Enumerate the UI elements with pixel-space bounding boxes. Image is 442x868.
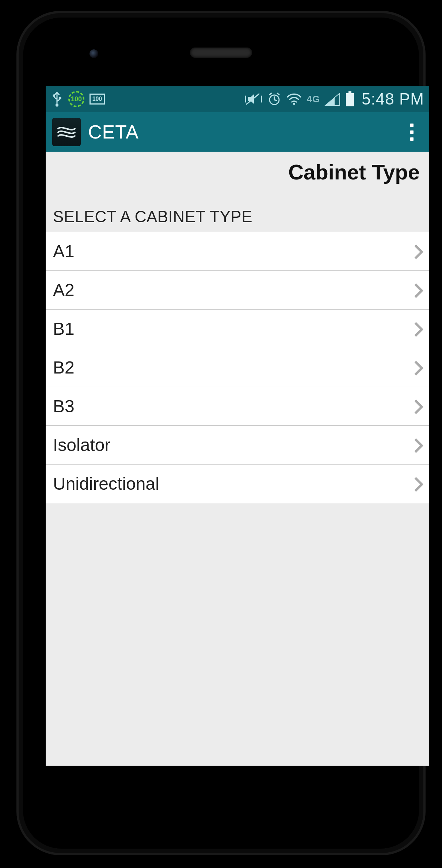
list-item[interactable]: B1: [46, 310, 429, 348]
earpiece-speaker: [190, 48, 252, 58]
list-item-label: B3: [53, 396, 75, 416]
svg-point-10: [293, 103, 295, 105]
list-item[interactable]: B3: [46, 387, 429, 426]
battery-box-value: 100: [92, 96, 102, 102]
chevron-right-icon: [409, 361, 422, 374]
svg-point-3: [56, 103, 58, 106]
list-item-label: Unidirectional: [53, 474, 159, 494]
page-title: Cabinet Type: [55, 160, 420, 184]
app-icon: [52, 118, 81, 146]
battery-icon: [345, 91, 355, 107]
status-bar: 100 100: [46, 86, 429, 112]
app-title: CETA: [88, 121, 139, 143]
overflow-menu-button[interactable]: [401, 119, 423, 145]
phone-frame: 100 100: [16, 11, 426, 855]
stage: 100 100: [0, 0, 442, 868]
list-item[interactable]: B2: [46, 348, 429, 387]
wifi-icon: [286, 92, 302, 106]
list-item[interactable]: A2: [46, 271, 429, 310]
network-4g-label: 4G: [306, 94, 320, 105]
chevron-right-icon: [409, 323, 422, 335]
status-clock: 5:48 PM: [362, 90, 424, 108]
signal-icon: [324, 92, 340, 106]
list-item-label: B1: [53, 319, 75, 339]
battery-box-icon: 100: [89, 94, 105, 105]
svg-line-7: [274, 100, 277, 101]
list-item-label: A1: [53, 241, 75, 261]
empty-area: [46, 503, 429, 766]
cabinet-type-list: A1 A2 B1 B2 B3: [46, 232, 429, 503]
front-camera: [89, 49, 98, 58]
svg-line-8: [270, 93, 271, 95]
page-header: Cabinet Type: [46, 152, 429, 189]
svg-rect-13: [348, 91, 351, 93]
volume-down-button[interactable]: [29, 267, 33, 322]
battery-circle-value: 100: [71, 95, 82, 103]
chevron-right-icon: [409, 400, 422, 413]
chevron-right-icon: [409, 439, 422, 451]
list-item-label: Isolator: [53, 435, 110, 455]
usb-icon: [51, 91, 63, 107]
action-bar: CETA: [46, 112, 429, 152]
chevron-right-icon: [409, 284, 422, 296]
section-label: SELECT A CABINET TYPE: [46, 189, 429, 232]
status-right: 4G 5:48 PM: [244, 90, 424, 108]
list-item[interactable]: A1: [46, 232, 429, 271]
chevron-right-icon: [409, 245, 422, 258]
list-item[interactable]: Unidirectional: [46, 465, 429, 503]
screen: 100 100: [46, 86, 429, 766]
list-item-label: B2: [53, 357, 75, 378]
list-item-label: A2: [53, 280, 75, 300]
chevron-right-icon: [409, 478, 422, 490]
svg-line-9: [277, 93, 279, 95]
svg-rect-14: [346, 93, 354, 106]
battery-circle-icon: 100: [68, 91, 84, 107]
status-left: 100 100: [51, 91, 105, 107]
alarm-icon: [267, 92, 282, 106]
svg-rect-2: [59, 97, 61, 99]
volume-up-button[interactable]: [29, 201, 33, 256]
vibrate-mute-icon: [244, 92, 263, 106]
svg-point-1: [53, 94, 55, 96]
list-item[interactable]: Isolator: [46, 426, 429, 465]
